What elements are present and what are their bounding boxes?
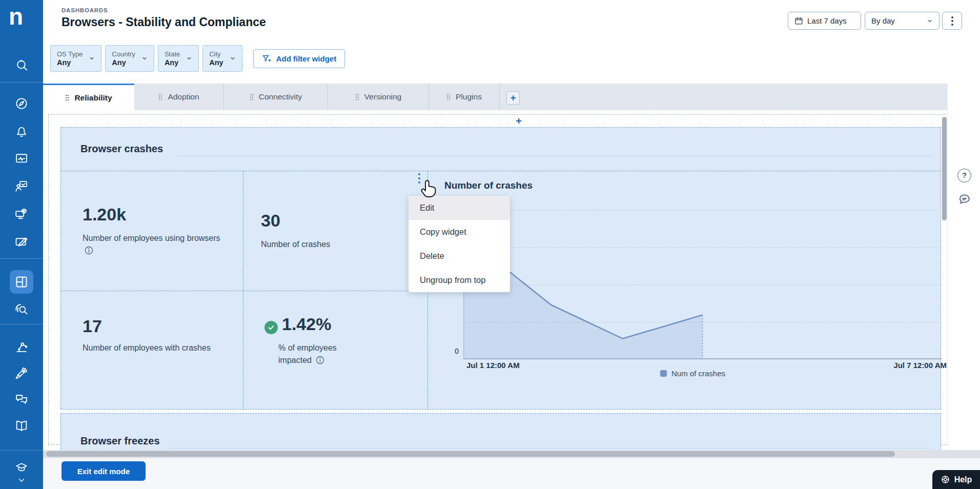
device-cube-icon[interactable]	[14, 207, 29, 221]
tab-label: Versioning	[364, 92, 401, 101]
section-title-rule	[170, 448, 931, 449]
ai-search-icon[interactable]	[14, 57, 29, 72]
drag-handle-icon	[65, 94, 69, 101]
kpi-value: 30	[261, 211, 280, 231]
chart-legend[interactable]: Num of crashes	[660, 369, 725, 378]
kpi-label: % of employees impacted	[278, 342, 368, 366]
section-title: Browser freezes	[80, 435, 160, 447]
tab-label: Adoption	[168, 92, 199, 101]
add-tab-button[interactable]: +	[506, 91, 520, 105]
kpi-label: Number of employees with crashes	[83, 342, 226, 354]
academy-icon[interactable]	[15, 461, 28, 475]
tab-connectivity[interactable]: Connectivity	[224, 84, 328, 110]
filter-chip-state[interactable]: StateAny	[158, 45, 199, 72]
filter-chip-city[interactable]: CityAny	[202, 45, 242, 72]
context-menu-item[interactable]: Copy widget	[409, 220, 510, 244]
kpi-label-text: Number of employees using browsers	[83, 234, 220, 242]
book-icon[interactable]	[14, 419, 29, 433]
help-button-label: Help	[954, 475, 972, 484]
section-title-rule	[177, 156, 931, 156]
x-axis-start-label: Jul 1 12:00 AM	[466, 361, 520, 370]
tab-label: Connectivity	[259, 92, 302, 101]
sidebar-divider	[0, 324, 43, 324]
chevron-down-icon	[141, 55, 148, 62]
tab-versioning[interactable]: Versioning	[328, 84, 429, 110]
filter-value: Any	[112, 58, 135, 67]
help-button[interactable]: Help	[932, 470, 980, 489]
kpi-label-text: % of employees impacted	[278, 343, 337, 364]
filter-value: Any	[209, 58, 223, 67]
chat-bubbles-icon[interactable]	[14, 393, 29, 407]
filter-value: Any	[165, 58, 180, 67]
add-widget-above-button[interactable]: +	[512, 115, 525, 128]
bell-icon[interactable]	[14, 124, 29, 138]
kpi-value: 17	[83, 316, 102, 336]
app-logo[interactable]: n	[9, 2, 23, 31]
sidebar: n	[0, 0, 43, 489]
help-circle-icon[interactable]: ?	[957, 169, 971, 182]
drag-handle-icon	[446, 94, 451, 100]
vertical-scrollbar-thumb[interactable]	[942, 117, 947, 220]
context-menu-item[interactable]: Edit	[409, 196, 510, 220]
tab-adoption[interactable]: Adoption	[134, 84, 224, 110]
calendar-icon	[794, 16, 803, 25]
tab-label: Reliability	[74, 93, 112, 103]
edit-mode-footer: Exit edit mode	[43, 458, 980, 489]
filter-chip-os-type[interactable]: OS TypeAny	[50, 45, 101, 72]
breadcrumb: DASHBOARDS	[62, 7, 108, 13]
line-chart-plot[interactable]	[463, 200, 942, 359]
filter-label: State	[165, 50, 180, 58]
fingerprint-search-icon[interactable]	[14, 302, 29, 316]
person-presentation-icon[interactable]	[14, 179, 29, 194]
sidebar-divider	[0, 450, 43, 451]
sidebar-divider	[0, 258, 43, 259]
info-icon[interactable]	[316, 356, 324, 364]
filter-chip-country[interactable]: CountryAny	[105, 45, 154, 72]
life-ring-icon	[941, 475, 950, 484]
feedback-chat-icon[interactable]	[957, 192, 971, 206]
x-axis-end-label: Jul 7 12:00 AM	[880, 361, 947, 370]
context-menu-item[interactable]: Ungroup from top	[409, 268, 510, 292]
dashboards-grid-icon	[14, 275, 29, 289]
y-axis-tick: 0	[439, 347, 459, 355]
context-menu-item[interactable]: Delete	[409, 244, 510, 268]
exit-edit-mode-button[interactable]: Exit edit mode	[62, 461, 146, 481]
horizontal-scrollbar-thumb[interactable]	[46, 451, 895, 457]
sidebar-item-dashboards[interactable]	[10, 270, 33, 294]
add-filter-widget-button[interactable]: Add filter widget	[253, 49, 345, 68]
compass-icon[interactable]	[14, 96, 29, 111]
filter-label: Country	[112, 50, 135, 58]
card-edit-icon[interactable]	[14, 235, 29, 249]
time-range-label: Last 7 days	[807, 16, 847, 25]
drag-handle-icon	[355, 94, 359, 100]
rocket-icon[interactable]	[14, 366, 29, 380]
tab-reliability[interactable]: Reliability	[43, 84, 134, 110]
info-icon[interactable]	[85, 246, 93, 255]
monitor-chart-icon[interactable]	[14, 152, 29, 166]
add-filter-widget-label: Add filter widget	[276, 54, 337, 63]
granularity-value: By day	[871, 16, 895, 25]
tab-label: Plugins	[456, 92, 482, 101]
chevron-down-icon	[230, 55, 236, 62]
chart-title: Number of crashes	[444, 180, 533, 191]
kpi-label: Number of crashes	[261, 238, 415, 251]
filter-label: City	[209, 50, 223, 58]
robot-arm-icon[interactable]	[14, 339, 29, 354]
chevron-down-icon[interactable]	[17, 476, 26, 485]
filter-label: OS Type	[57, 50, 83, 58]
dashboard-more-button[interactable]	[942, 12, 962, 30]
drag-handle-icon	[158, 94, 162, 100]
widget-grid-divider	[61, 171, 942, 171]
granularity-select[interactable]: By day	[865, 12, 940, 30]
tab-plugins[interactable]: Plugins	[429, 84, 500, 110]
page-title: Browsers - Stability and Compliance	[62, 15, 266, 29]
section-title: Browser crashes	[80, 143, 163, 155]
drag-handle-icon	[250, 94, 254, 100]
status-good-icon	[264, 321, 278, 334]
chevron-down-icon	[89, 55, 95, 62]
kpi-label: Number of employees using browsers	[83, 232, 226, 257]
horizontal-scrollbar[interactable]	[43, 450, 980, 458]
time-range-button[interactable]: Last 7 days	[788, 12, 861, 30]
filter-value: Any	[57, 58, 83, 67]
right-rail: ?	[947, 84, 980, 458]
